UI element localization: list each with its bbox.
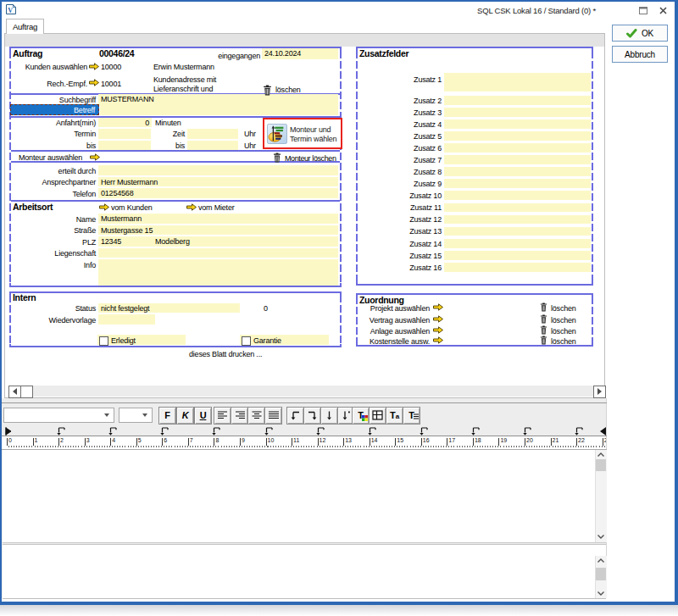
betreff-field[interactable]: [100, 105, 338, 116]
rechempf-trash-icon[interactable]: [263, 85, 272, 96]
toolbar-insert-table-button[interactable]: [369, 407, 386, 425]
zusatz-field-16[interactable]: [444, 263, 591, 272]
monteur-trash-icon[interactable]: [273, 153, 281, 163]
vom-kunden-arrow-icon[interactable]: [99, 203, 109, 211]
ruler-tab-stop-marker[interactable]: [212, 427, 220, 436]
toolbar-bold-button[interactable]: F: [158, 407, 176, 425]
zusatz-field-1[interactable]: [444, 73, 591, 92]
toolbar-align-left-button[interactable]: [214, 407, 231, 425]
vom-mieter-label[interactable]: vom Mieter: [198, 203, 235, 212]
zusatz-field-6[interactable]: [444, 143, 591, 153]
zuordnung-trash-icon-4[interactable]: [540, 336, 547, 345]
erledigt-checkbox[interactable]: [99, 336, 108, 346]
zuordnung-arrow-icon-4[interactable]: [433, 336, 443, 344]
zuordnung-label-2[interactable]: Vertrag auswählen: [356, 316, 430, 325]
editor-textarea-secondary[interactable]: [3, 556, 606, 599]
ruler-right-margin-marker[interactable]: [600, 427, 606, 436]
ruler-tab-stop-marker[interactable]: [316, 427, 325, 436]
ruler-tab-stop-marker[interactable]: [108, 427, 117, 436]
close-button[interactable]: [659, 7, 667, 14]
ruler-tab-stop-marker[interactable]: [575, 427, 583, 436]
editor-textarea-main[interactable]: [3, 450, 606, 543]
rechempf-label[interactable]: Rech.-Empf.: [8, 80, 87, 88]
bis2-field[interactable]: [187, 141, 238, 151]
status-field[interactable]: nicht festgelegt: [98, 303, 240, 314]
toolbar-align-center-button[interactable]: [247, 407, 265, 425]
strasse-field[interactable]: Mustergasse 15: [98, 225, 338, 236]
zusatz-field-14[interactable]: [444, 239, 591, 248]
zuordnung-trash-icon-1[interactable]: [540, 302, 547, 312]
eingegangen-field[interactable]: 24.10.2024: [262, 48, 338, 59]
vom-mieter-arrow-icon[interactable]: [186, 203, 197, 211]
kunden-auswaehlen-label[interactable]: Kunden auswählen: [8, 63, 87, 71]
editor-vscrollbar-down-button[interactable]: [597, 535, 604, 539]
ruler-tab-stop-marker[interactable]: [471, 427, 480, 436]
form-hscrollbar-right-button[interactable]: [593, 386, 606, 398]
kunden-arrow-icon[interactable]: [89, 63, 99, 70]
telefon-field[interactable]: 01254568: [98, 188, 338, 198]
editor-vscrollbar-thumb[interactable]: [596, 459, 606, 471]
ruler-tab-stop-marker[interactable]: [420, 427, 428, 436]
zusatz-field-15[interactable]: [444, 251, 591, 260]
form-hscrollbar-left-button[interactable]: [8, 386, 21, 398]
zuordnung-arrow-icon-2[interactable]: [433, 315, 443, 323]
zusatz-field-12[interactable]: [444, 215, 591, 225]
ansprechpartner-field[interactable]: Herr Mustermann: [98, 177, 338, 187]
liegenschaft-field[interactable]: [98, 248, 338, 258]
zuordnung-arrow-icon-3[interactable]: [433, 326, 443, 334]
toolbar-italic-button[interactable]: K: [176, 407, 194, 425]
plz-field[interactable]: 12345Modelberg: [98, 236, 338, 247]
ruler-tab-stop-marker[interactable]: [264, 427, 273, 436]
anfahrt-field[interactable]: 0: [98, 118, 152, 128]
rechempf-arrow-icon[interactable]: [89, 79, 99, 86]
ruler-tab-stop-marker[interactable]: [523, 427, 531, 436]
zeit-field[interactable]: [187, 129, 238, 139]
tab-auftrag[interactable]: Auftrag: [6, 19, 44, 34]
zuordnung-loeschen-label-2[interactable]: löschen: [551, 316, 576, 325]
font-family-combobox[interactable]: [3, 408, 114, 423]
erteilt-durch-field[interactable]: [98, 165, 338, 175]
zusatz-field-10[interactable]: [444, 191, 591, 200]
toolbar-align-justify-button[interactable]: [264, 407, 282, 425]
name-field[interactable]: Mustermann: [98, 214, 338, 224]
betreff-label-selected[interactable]: Betreff: [10, 104, 99, 115]
zusatz-field-8[interactable]: [444, 167, 591, 176]
maximize-button[interactable]: [639, 7, 647, 14]
monteur-arrow-icon[interactable]: [90, 153, 100, 161]
zuordnung-label-4[interactable]: Kostenstelle ausw.: [356, 337, 430, 346]
zusatz-field-9[interactable]: [444, 179, 591, 188]
toolbar-line-break-button[interactable]: [320, 407, 338, 425]
toolbar-font-select-button[interactable]: Ta: [386, 407, 403, 425]
editor-vscrollbar-up-button[interactable]: [597, 452, 604, 457]
suchbegriff-field[interactable]: MUSTERMANN: [98, 94, 338, 105]
toolbar-line-break-right-button[interactable]: [303, 407, 321, 425]
ok-button[interactable]: OK: [612, 25, 668, 42]
font-size-combobox[interactable]: [119, 408, 153, 423]
cancel-button[interactable]: Abbruch: [612, 46, 668, 63]
vom-kunden-label[interactable]: vom Kunden: [111, 203, 153, 212]
wiedervorlage-field[interactable]: [98, 314, 155, 325]
zuordnung-loeschen-label-4[interactable]: löschen: [551, 337, 576, 346]
secondary-vscrollbar-down-button[interactable]: [597, 591, 604, 596]
zuordnung-arrow-icon-1[interactable]: [433, 303, 443, 311]
zuordnung-trash-icon-2[interactable]: [540, 314, 547, 324]
zusatz-field-5[interactable]: [444, 131, 591, 141]
zusatz-field-3[interactable]: [444, 108, 591, 117]
zusatz-field-4[interactable]: [444, 119, 591, 129]
ruler-left-indent-marker[interactable]: [5, 427, 11, 436]
zuordnung-label-1[interactable]: Projekt auswählen: [356, 304, 430, 313]
zusatz-field-2[interactable]: [444, 96, 591, 105]
zuordnung-loeschen-label-1[interactable]: löschen: [551, 304, 576, 313]
monteur-loeschen-label[interactable]: Monteur löschen: [285, 154, 336, 163]
toolbar-text-style-button[interactable]: T: [403, 407, 420, 425]
secondary-vscrollbar-thumb[interactable]: [596, 568, 606, 580]
zusatz-field-13[interactable]: [444, 227, 591, 236]
toolbar-align-right-button[interactable]: [231, 407, 248, 425]
toolbar-underline-button[interactable]: U: [194, 407, 212, 425]
form-hscrollbar-thumb[interactable]: [20, 386, 33, 398]
form-hscrollbar-track[interactable]: [8, 386, 604, 397]
blatt-drucken-link[interactable]: dieses Blatt drucken ...: [189, 350, 262, 358]
monteur-auswaehlen-label[interactable]: Monteur auswählen: [19, 153, 82, 162]
rechempf-loeschen-label[interactable]: löschen: [275, 86, 301, 94]
zuordnung-loeschen-label-3[interactable]: löschen: [551, 327, 576, 336]
